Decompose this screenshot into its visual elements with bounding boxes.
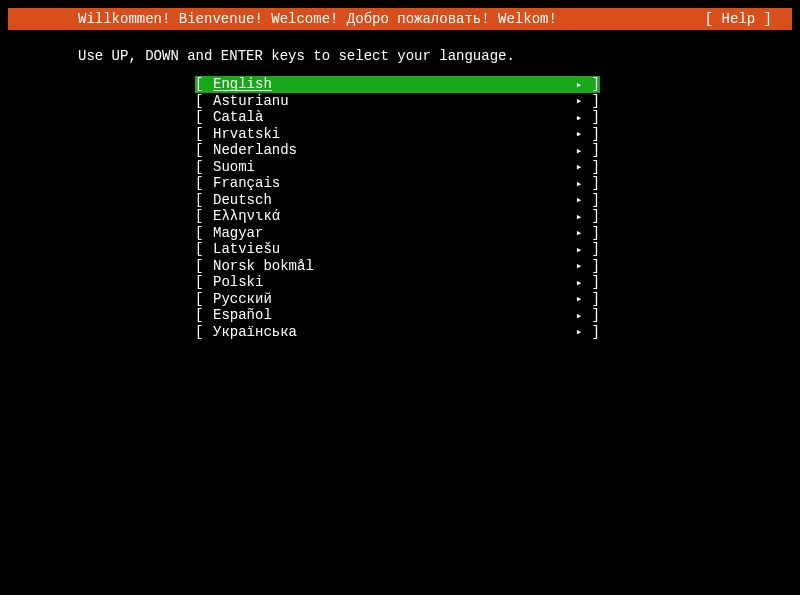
language-label: Ελληνικά <box>213 208 572 224</box>
language-label: Українська <box>213 324 572 340</box>
language-label: Español <box>213 307 572 323</box>
bracket-close: ] <box>586 258 600 274</box>
bracket-close: ] <box>586 241 600 257</box>
bracket-close: ] <box>586 76 600 92</box>
language-label: Asturianu <box>213 93 572 109</box>
bracket-open: [ <box>195 324 213 340</box>
language-item[interactable]: [ Suomi▸ ] <box>195 159 600 176</box>
bracket-open: [ <box>195 291 213 307</box>
submenu-arrow-icon: ▸ <box>572 193 586 206</box>
submenu-arrow-icon: ▸ <box>572 309 586 322</box>
help-button[interactable]: [ Help ] <box>705 11 782 27</box>
bracket-open: [ <box>195 76 213 92</box>
language-item[interactable]: [ Català▸ ] <box>195 109 600 126</box>
language-label: Français <box>213 175 572 191</box>
language-item[interactable]: [ Latviešu▸ ] <box>195 241 600 258</box>
submenu-arrow-icon: ▸ <box>572 243 586 256</box>
submenu-arrow-icon: ▸ <box>572 144 586 157</box>
bracket-open: [ <box>195 225 213 241</box>
bracket-close: ] <box>586 324 600 340</box>
submenu-arrow-icon: ▸ <box>572 259 586 272</box>
language-item[interactable]: [ Русский▸ ] <box>195 291 600 308</box>
bracket-close: ] <box>586 208 600 224</box>
bracket-open: [ <box>195 258 213 274</box>
submenu-arrow-icon: ▸ <box>572 78 586 91</box>
language-label: Hrvatski <box>213 126 572 142</box>
submenu-arrow-icon: ▸ <box>572 325 586 338</box>
bracket-open: [ <box>195 208 213 224</box>
bracket-open: [ <box>195 159 213 175</box>
bracket-close: ] <box>586 192 600 208</box>
language-item[interactable]: [ Hrvatski▸ ] <box>195 126 600 143</box>
language-label: Nederlands <box>213 142 572 158</box>
language-list[interactable]: [ English▸ ][ Asturianu▸ ][ Català▸ ][ H… <box>0 76 800 340</box>
language-item[interactable]: [ Norsk bokmål▸ ] <box>195 258 600 275</box>
language-label: Polski <box>213 274 572 290</box>
bracket-open: [ <box>195 142 213 158</box>
language-label: Suomi <box>213 159 572 175</box>
submenu-arrow-icon: ▸ <box>572 127 586 140</box>
language-item[interactable]: [ Français▸ ] <box>195 175 600 192</box>
header-title: Willkommen! Bienvenue! Welcome! Добро по… <box>18 11 557 27</box>
bracket-close: ] <box>586 159 600 175</box>
language-label: Norsk bokmål <box>213 258 572 274</box>
language-item[interactable]: [ Polski▸ ] <box>195 274 600 291</box>
submenu-arrow-icon: ▸ <box>572 177 586 190</box>
language-label: Magyar <box>213 225 572 241</box>
submenu-arrow-icon: ▸ <box>572 160 586 173</box>
bracket-close: ] <box>586 274 600 290</box>
instruction-text: Use UP, DOWN and ENTER keys to select yo… <box>0 30 800 76</box>
language-item[interactable]: [ Magyar▸ ] <box>195 225 600 242</box>
language-label: Català <box>213 109 572 125</box>
bracket-open: [ <box>195 109 213 125</box>
language-item[interactable]: [ Українська▸ ] <box>195 324 600 341</box>
bracket-close: ] <box>586 142 600 158</box>
submenu-arrow-icon: ▸ <box>572 292 586 305</box>
bracket-open: [ <box>195 93 213 109</box>
bracket-close: ] <box>586 307 600 323</box>
bracket-close: ] <box>586 225 600 241</box>
bracket-close: ] <box>586 175 600 191</box>
language-item[interactable]: [ English▸ ] <box>195 76 600 93</box>
language-item[interactable]: [ Nederlands▸ ] <box>195 142 600 159</box>
bracket-close: ] <box>586 93 600 109</box>
bracket-open: [ <box>195 126 213 142</box>
submenu-arrow-icon: ▸ <box>572 276 586 289</box>
language-item[interactable]: [ Ελληνικά▸ ] <box>195 208 600 225</box>
language-label: Русский <box>213 291 572 307</box>
language-item[interactable]: [ Deutsch▸ ] <box>195 192 600 209</box>
language-item[interactable]: [ Asturianu▸ ] <box>195 93 600 110</box>
submenu-arrow-icon: ▸ <box>572 111 586 124</box>
submenu-arrow-icon: ▸ <box>572 94 586 107</box>
bracket-close: ] <box>586 126 600 142</box>
bracket-open: [ <box>195 192 213 208</box>
header-bar: Willkommen! Bienvenue! Welcome! Добро по… <box>8 8 792 30</box>
language-item[interactable]: [ Español▸ ] <box>195 307 600 324</box>
bracket-open: [ <box>195 307 213 323</box>
submenu-arrow-icon: ▸ <box>572 210 586 223</box>
bracket-open: [ <box>195 274 213 290</box>
submenu-arrow-icon: ▸ <box>572 226 586 239</box>
bracket-open: [ <box>195 241 213 257</box>
language-label: English <box>213 76 572 92</box>
bracket-close: ] <box>586 109 600 125</box>
language-label: Deutsch <box>213 192 572 208</box>
language-label: Latviešu <box>213 241 572 257</box>
bracket-close: ] <box>586 291 600 307</box>
bracket-open: [ <box>195 175 213 191</box>
